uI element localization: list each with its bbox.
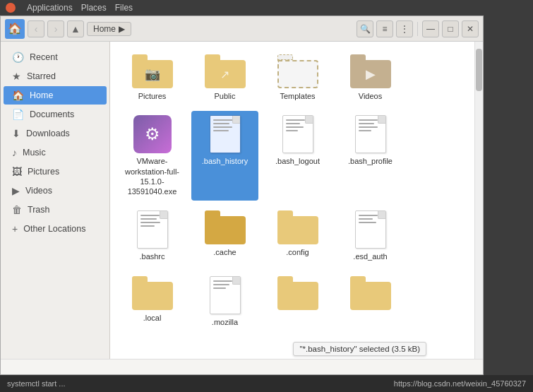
file-item-mozilla[interactable]: .mozilla xyxy=(191,272,258,331)
file-grid[interactable]: 📷 Pictures ↗ Public Templ xyxy=(110,42,474,359)
sidebar-label-documents: Documents xyxy=(30,109,74,119)
downloads-icon: ⬇ xyxy=(12,128,20,139)
sidebar-label-pictures: Pictures xyxy=(28,167,59,177)
folder-icon-local xyxy=(132,276,173,310)
sidebar-item-pictures[interactable]: 🖼 Pictures xyxy=(4,162,107,181)
file-item-bashrc[interactable]: .bashrc xyxy=(119,206,186,266)
music-icon: ♪ xyxy=(12,147,17,158)
file-item-local[interactable]: .local xyxy=(119,272,186,331)
file-item-cache[interactable]: .cache xyxy=(191,206,258,266)
scrollbar[interactable] xyxy=(474,42,483,359)
location-bar[interactable]: Home ▶ xyxy=(87,22,131,36)
nav-up-button[interactable]: ▲ xyxy=(67,20,84,37)
videos-icon: ▶ xyxy=(12,185,20,196)
sidebar-item-music[interactable]: ♪ Music xyxy=(4,143,107,162)
fm-body: 🕐 Recent ★ Starred 🏠 Home 📄 Documents ⬇ xyxy=(1,42,483,359)
title-bar-right: 🔍 ≡ ⋮ — □ ✕ xyxy=(357,20,479,37)
file-item-config[interactable]: .config xyxy=(264,206,331,266)
starred-icon: ★ xyxy=(12,71,21,82)
file-item-extra1[interactable] xyxy=(264,272,331,331)
doc-icon-bash-profile xyxy=(355,115,386,153)
file-item-videos[interactable]: ▶ Videos xyxy=(337,50,404,105)
sidebar-label-videos: Videos xyxy=(25,186,52,196)
recent-icon: 🕐 xyxy=(12,52,24,63)
location-arrow: ▶ xyxy=(119,24,125,34)
doc-icon-bashrc xyxy=(137,210,168,249)
title-bar-left: 🏠 ‹ › ▲ Home ▶ xyxy=(5,19,354,39)
folder-icon-extra2 xyxy=(350,276,391,310)
folder-icon-videos: ▶ xyxy=(350,54,391,88)
folder-icon-pictures: 📷 xyxy=(132,54,173,88)
separator xyxy=(417,22,418,36)
fm-footer: "*.bash_history" selected (3.5 kB) xyxy=(1,359,483,374)
file-item-bash-profile[interactable]: .bash_profile xyxy=(337,111,404,201)
folder-icon-public: ↗ xyxy=(205,54,246,88)
file-manager-window: 🏠 ‹ › ▲ Home ▶ 🔍 ≡ ⋮ — □ ✕ xyxy=(0,16,484,375)
right-panel xyxy=(484,16,533,375)
pictures-icon: 🖼 xyxy=(12,166,22,177)
file-item-bash-history[interactable]: .bash_history xyxy=(191,111,258,201)
file-label-bashrc: .bashrc xyxy=(139,251,164,261)
home-icon-button[interactable]: 🏠 xyxy=(5,19,25,39)
file-item-esd-auth[interactable]: .esd_auth xyxy=(337,206,404,266)
title-bar: 🏠 ‹ › ▲ Home ▶ 🔍 ≡ ⋮ — □ ✕ xyxy=(1,16,483,42)
file-label-config: .config xyxy=(286,247,309,257)
folder-icon-cache xyxy=(205,210,246,244)
view-list-button[interactable]: ≡ xyxy=(376,20,393,37)
file-item-public[interactable]: ↗ Public xyxy=(191,50,258,105)
doc-icon-mozilla xyxy=(210,276,241,314)
menu-applications[interactable]: Applications xyxy=(27,3,73,13)
home-label: Home xyxy=(93,24,116,34)
file-label-bash-logout: .bash_logout xyxy=(275,156,320,166)
sidebar-item-recent[interactable]: 🕐 Recent xyxy=(4,48,107,66)
menu-files[interactable]: Files xyxy=(115,3,133,13)
sidebar-label-trash: Trash xyxy=(28,205,50,215)
file-item-pictures[interactable]: 📷 Pictures xyxy=(119,50,186,105)
menu-button[interactable]: ⋮ xyxy=(396,20,413,37)
sidebar-label-downloads: Downloads xyxy=(26,129,70,138)
doc-icon-bash-logout xyxy=(282,115,313,153)
documents-icon: 📄 xyxy=(12,109,24,120)
file-item-extra2[interactable] xyxy=(337,272,404,331)
bottom-right-url: https://blog.csdn.net/weixin_45760327 xyxy=(394,379,526,388)
minimize-button[interactable]: — xyxy=(422,20,439,37)
top-menubar: Applications Places Files xyxy=(0,0,533,16)
file-item-vmware[interactable]: ⚙ VMware-workstation-full-15.1.0-1359104… xyxy=(119,111,186,201)
scrollbar-thumb[interactable] xyxy=(476,49,482,91)
sidebar-item-trash[interactable]: 🗑 Trash xyxy=(4,201,107,219)
menu-places[interactable]: Places xyxy=(81,3,107,13)
trash-icon: 🗑 xyxy=(12,204,22,215)
file-label-mozilla: .mozilla xyxy=(212,317,238,327)
file-label-templates: Templates xyxy=(280,91,315,101)
nav-forward-button[interactable]: › xyxy=(47,20,64,37)
sidebar-item-downloads[interactable]: ⬇ Downloads xyxy=(4,124,107,143)
sidebar-item-videos[interactable]: ▶ Videos xyxy=(4,182,107,200)
sidebar-label-home: Home xyxy=(30,90,53,100)
sidebar-item-other-locations[interactable]: + Other Locations xyxy=(4,220,107,238)
other-locations-icon: + xyxy=(12,223,18,234)
vmware-app-icon: ⚙ xyxy=(133,115,172,153)
folder-icon-extra1 xyxy=(277,276,318,310)
sidebar-item-documents[interactable]: 📄 Documents xyxy=(4,105,107,124)
file-item-templates[interactable]: Templates xyxy=(264,50,331,105)
search-button[interactable]: 🔍 xyxy=(357,20,373,37)
file-label-public: Public xyxy=(215,91,236,101)
nav-back-button[interactable]: ‹ xyxy=(28,20,44,37)
sidebar-item-starred[interactable]: ★ Starred xyxy=(4,67,107,85)
main-area: 🏠 ‹ › ▲ Home ▶ 🔍 ≡ ⋮ — □ ✕ xyxy=(0,16,533,375)
file-label-bash-history: .bash_history xyxy=(202,156,248,166)
file-label-esd-auth: .esd_auth xyxy=(353,251,387,261)
status-tooltip: "*.bash_history" selected (3.5 kB) xyxy=(293,342,426,356)
file-item-bash-logout[interactable]: .bash_logout xyxy=(264,111,331,201)
sidebar-label-recent: Recent xyxy=(30,52,58,62)
maximize-button[interactable]: □ xyxy=(442,20,459,37)
scrollbar-track xyxy=(475,42,483,359)
sidebar-item-home[interactable]: 🏠 Home xyxy=(4,86,107,105)
bottom-bar: systemctl start ... https://blog.csdn.ne… xyxy=(0,375,533,392)
folder-icon-templates xyxy=(277,54,318,88)
sidebar-label-other-locations: Other Locations xyxy=(23,224,85,234)
app-icon xyxy=(6,3,16,13)
sidebar-label-music: Music xyxy=(23,148,46,158)
folder-icon-config xyxy=(277,210,318,244)
close-button[interactable]: ✕ xyxy=(462,20,479,37)
